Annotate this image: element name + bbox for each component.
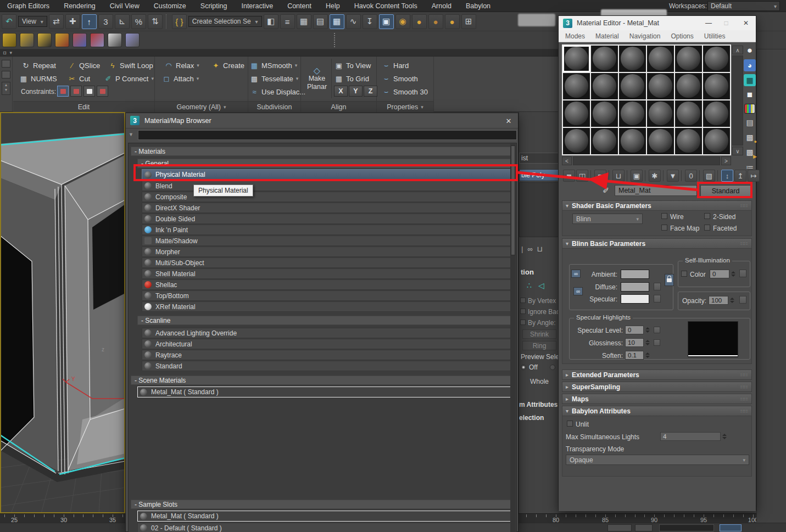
qslice-button[interactable]: ∕ QSlice (66, 59, 102, 71)
schematic-view-icon[interactable]: ↧ (363, 14, 377, 29)
material-sample-slot[interactable] (591, 128, 618, 154)
scene-materials-header[interactable]: - Scene Materials (131, 376, 514, 385)
constraint-edge-icon[interactable] (70, 86, 82, 97)
by-angle-checkbox[interactable] (520, 320, 526, 325)
scroll-right-icon[interactable]: > (721, 156, 731, 165)
named-selection-sets-icon[interactable]: { } (172, 14, 187, 29)
msmooth-button[interactable]: ▦ MSmooth ▾ (248, 59, 299, 71)
material-id-channel-icon[interactable]: 0 (685, 170, 697, 182)
menu-material[interactable]: Material (595, 32, 619, 40)
supersampling-header[interactable]: ▸ SuperSampling ∷∷ (562, 382, 752, 392)
browser-scrollbar[interactable] (510, 144, 516, 532)
sample-slot-metal-mat[interactable]: Metal_Mat ( Standard ) (137, 511, 515, 522)
timeline-button[interactable] (635, 524, 653, 531)
menu-havok[interactable]: Havok Content Tools (347, 2, 425, 10)
modifier-stack-editable-poly[interactable]: ble Poly (519, 169, 558, 181)
material-sample-slot[interactable] (619, 100, 646, 127)
shader-basic-params-header[interactable]: ▾ Shader Basic Parameters ∷∷ (562, 200, 752, 211)
constraint-none-icon[interactable] (57, 86, 69, 97)
named-selection-set-dropdown[interactable]: Create Selection Se▾ (188, 16, 262, 27)
scroll-left-icon[interactable]: < (562, 156, 572, 165)
two-sided-checkbox[interactable] (704, 213, 710, 219)
selection-filter-dropdown[interactable]: View▾ (18, 16, 47, 27)
material-item-physical[interactable]: Physical Material (142, 169, 514, 180)
blinn-basic-params-header[interactable]: ▾ Blinn Basic Parameters ∷∷ (562, 238, 752, 249)
get-material-icon[interactable]: ◙ (563, 170, 575, 182)
character-tool-icon-1[interactable] (2, 33, 16, 47)
cut-button[interactable]: ✂ Cut (66, 72, 92, 85)
material-sample-slot[interactable] (675, 73, 702, 99)
render-quick-icon[interactable]: ● (445, 14, 460, 29)
material-sample-slot[interactable] (647, 100, 674, 127)
vertical-scroll-track[interactable] (732, 55, 743, 145)
material-item-top-bottom[interactable]: Top/Bottom (142, 290, 514, 301)
menu-civil-view[interactable]: Civil View (103, 2, 147, 10)
show-in-viewport-icon[interactable]: ▧ (703, 170, 715, 182)
put-material-to-scene-icon[interactable]: ◫ (576, 170, 588, 182)
select-and-move-icon[interactable]: ✚ (65, 14, 80, 29)
spinner-arrows[interactable] (721, 432, 727, 441)
video-color-check-icon[interactable] (744, 104, 755, 114)
make-material-copy-icon[interactable]: ▣ (631, 170, 643, 182)
to-grid-button[interactable]: ▦ To Grid (333, 72, 371, 85)
angle-snap-icon[interactable]: ⊾ (115, 14, 130, 29)
maps-header[interactable]: ▸ Maps ∷∷ (562, 394, 752, 404)
align-icon[interactable]: ≡ (280, 14, 295, 29)
material-type-button[interactable]: Standard (700, 185, 751, 197)
material-item-xref[interactable]: XRef Material (142, 301, 514, 312)
ring-button[interactable]: Ring (522, 341, 556, 350)
selection-rollout[interactable]: election (519, 414, 544, 422)
curve-editor-icon[interactable]: ∿ (346, 14, 361, 29)
max-lights-field[interactable]: 4 (660, 432, 721, 441)
self-illum-color-checkbox[interactable] (681, 271, 687, 277)
render-iterative-icon[interactable]: ● (428, 14, 443, 29)
character-tool-icon-5[interactable] (73, 33, 87, 47)
make-unique-icon[interactable]: ✱ (649, 170, 661, 182)
search-options-icon[interactable]: ▼ (129, 132, 136, 139)
smooth-button[interactable]: ⌣ Smooth (380, 72, 420, 85)
material-item-shell[interactable]: Shell Material (142, 268, 514, 279)
background-icon[interactable]: ▦ (744, 74, 756, 86)
select-by-material-icon[interactable]: ▩▶ (744, 146, 756, 158)
selection-rollout-header[interactable]: tion (521, 268, 534, 276)
subobject-mode-icons[interactable]: ∴◁ (527, 281, 551, 290)
material-item-directx[interactable]: DirectX Shader (142, 203, 514, 213)
menu-options[interactable]: Options (671, 32, 693, 40)
viewport-layout-icon[interactable]: ▦ (330, 14, 344, 29)
show-end-result-icon[interactable]: ↕ (721, 170, 733, 182)
relax-button[interactable]: ◠ Relax ▾ (163, 59, 201, 71)
maximize-icon[interactable]: □ (721, 18, 732, 28)
menu-babylon[interactable]: Babylon (459, 2, 498, 10)
timeline-button[interactable] (607, 524, 632, 531)
material-sample-slot[interactable] (563, 128, 590, 154)
geometry-panel-label[interactable]: Geometry (All)▾ (155, 101, 248, 112)
attach-button[interactable]: ◻ Attach ▾ (160, 72, 200, 85)
material-item-standard[interactable]: Standard (142, 361, 514, 371)
specular-level-map-button[interactable] (654, 327, 660, 333)
material-sample-slot[interactable] (619, 73, 646, 99)
properties-panel-label[interactable]: Properties▾ (377, 101, 433, 112)
specular-level-field[interactable]: 0 (625, 326, 644, 334)
material-sample-slot[interactable] (703, 73, 730, 99)
menu-scripting[interactable]: Scripting (193, 2, 235, 10)
material-sample-slot[interactable] (647, 128, 674, 154)
subdivision-panel-label[interactable]: Subdivision (248, 101, 300, 112)
material-sample-slot[interactable] (647, 46, 674, 72)
editor-titlebar[interactable]: 3 Material Editor - Metal_Mat — □ ✕ (559, 16, 756, 30)
align-z-button[interactable]: Z (364, 86, 377, 97)
sample-slot-default[interactable]: 02 - Default ( Standard ) (137, 523, 515, 532)
smooth-30-button[interactable]: ⌣ Smooth 30 (380, 86, 430, 98)
scrollbar-thumb[interactable] (511, 145, 515, 255)
diffuse-specular-lock-icon[interactable]: ∞ (573, 287, 583, 295)
render-setup-icon[interactable]: ▣ (379, 14, 394, 29)
specular-color-swatch[interactable] (621, 294, 649, 304)
glossiness-map-button[interactable] (654, 339, 660, 346)
character-tool-icon-3[interactable] (37, 33, 52, 47)
stack-tools-icons[interactable]: |∞⊔ (521, 245, 547, 253)
custom-attributes-rollout[interactable]: m Attributes (519, 401, 558, 408)
menu-interactive[interactable]: Interactive (234, 2, 280, 10)
edit-panel-label[interactable]: Edit (13, 101, 154, 112)
material-sample-slot[interactable] (591, 46, 618, 72)
scroll-down-icon[interactable]: ∨ (732, 147, 743, 155)
reset-map-icon[interactable]: ⊔ (612, 170, 625, 182)
